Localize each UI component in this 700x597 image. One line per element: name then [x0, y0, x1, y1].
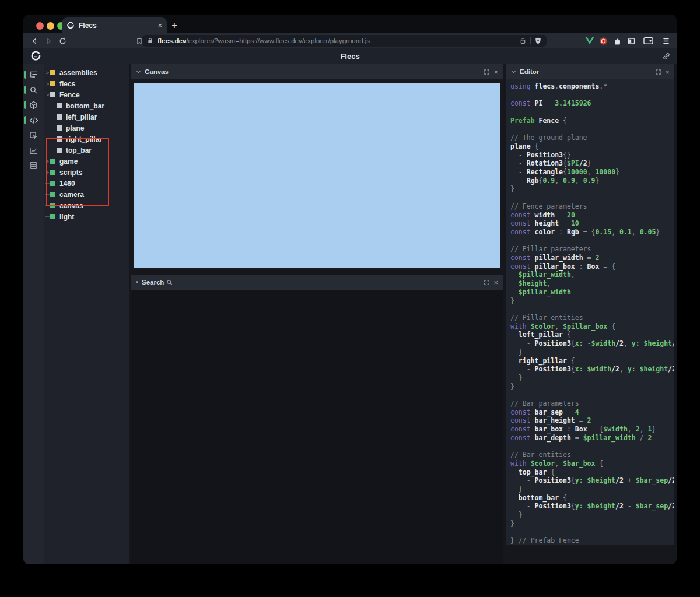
tree-item-plane[interactable]: plane: [44, 122, 130, 134]
code-line: [510, 194, 674, 202]
tree-item-canvas[interactable]: canvas: [44, 200, 130, 211]
reload-button[interactable]: [58, 37, 67, 45]
browser-toolbar: flecs.dev/explorer/?wasm=https://www.fle…: [23, 33, 677, 48]
tree-item-scripts[interactable]: >scripts: [44, 167, 130, 178]
wallet-card-icon[interactable]: [643, 33, 653, 48]
chevron-down-icon[interactable]: [136, 69, 141, 75]
code-line: $pillar_width,: [510, 271, 674, 279]
chevron-collapsed-icon[interactable]: >: [45, 70, 50, 76]
entity-square-icon: [57, 114, 62, 120]
inspector-icon[interactable]: [23, 128, 44, 143]
canvas-panel-header[interactable]: Canvas ×: [131, 64, 503, 79]
close-icon[interactable]: ×: [494, 278, 498, 287]
fullscreen-icon[interactable]: [484, 279, 490, 286]
code-line: [510, 91, 674, 100]
entity-square-icon: [57, 103, 62, 108]
chevron-collapsed-icon[interactable]: >: [45, 159, 50, 164]
brave-shield-icon[interactable]: [534, 37, 542, 45]
code-line: const PI = 3.1415926: [510, 99, 674, 108]
3d-viewport[interactable]: [134, 83, 500, 268]
menu-icon[interactable]: [662, 33, 670, 48]
code-line: }: [510, 485, 674, 494]
code-line: - Position3{}: [510, 151, 674, 160]
code-line: }: [510, 374, 674, 382]
tree-item-Fence[interactable]: >Fence: [44, 89, 130, 100]
browser-tab-bar: Flecs × +: [23, 15, 677, 33]
chevron-expanded-icon[interactable]: >: [45, 92, 51, 97]
code-line: } // Prefab Fence: [510, 536, 674, 545]
code-line: const pillar_width = 2: [510, 254, 674, 262]
stats-icon[interactable]: [23, 158, 44, 173]
entity-square-icon: [50, 81, 55, 86]
entity-square-icon: [50, 170, 55, 175]
code-line: }: [510, 297, 674, 305]
tree-item-flecs[interactable]: >flecs: [44, 78, 130, 89]
editor-panel-header[interactable]: Editor ×: [506, 64, 674, 79]
code-line: [510, 237, 674, 245]
url-bar[interactable]: flecs.dev/explorer/?wasm=https://www.fle…: [142, 35, 547, 47]
extensions-puzzle-icon[interactable]: [613, 33, 622, 48]
tree-item-top_bar[interactable]: top_bar: [44, 145, 130, 156]
sidebar-toggle-icon[interactable]: [627, 33, 636, 48]
search-panel-body[interactable]: [131, 290, 503, 564]
code-line: const bar_depth = $pillar_width / 2: [510, 434, 674, 443]
magnifier-icon: [166, 279, 173, 286]
forward-button[interactable]: [44, 37, 53, 45]
canvas-panel-body: [131, 79, 503, 270]
search-panel-header[interactable]: Search ×: [131, 275, 503, 290]
divider: [530, 37, 531, 44]
close-window-button[interactable]: [36, 22, 44, 30]
tree-connector: [45, 134, 57, 145]
vue-devtools-extension-icon[interactable]: [585, 33, 594, 48]
tree-item-right_pillar[interactable]: right_pillar: [44, 134, 130, 145]
tree-item-1460[interactable]: 1460: [44, 178, 130, 189]
cube-icon[interactable]: [23, 97, 44, 113]
chevron-down-icon[interactable]: [511, 69, 516, 75]
tree-item-bottom_bar[interactable]: bottom_bar: [44, 100, 130, 111]
tree-item-label: flecs: [60, 80, 75, 88]
tree-item-label: camera: [60, 191, 84, 199]
code-line: }: [510, 382, 674, 391]
chevron-collapsed-icon[interactable]: >: [45, 170, 50, 175]
minimize-window-button[interactable]: [47, 22, 54, 30]
tree-item-label: assemblies: [60, 69, 97, 77]
tree-item-label: scripts: [60, 168, 82, 177]
leaf-dash-icon: [45, 178, 50, 189]
tree-item-left_pillar[interactable]: left_pillar: [44, 111, 130, 122]
code-icon[interactable]: [23, 113, 44, 128]
chart-icon[interactable]: [23, 143, 44, 158]
fullscreen-icon[interactable]: [484, 69, 490, 75]
chevron-collapsed-icon[interactable]: >: [45, 81, 50, 87]
tree-item-assemblies[interactable]: >assemblies: [44, 67, 130, 78]
code-line: // Pillar entities: [510, 314, 674, 322]
code-line: const bar_height = 2: [510, 416, 674, 425]
share-icon[interactable]: [519, 37, 527, 45]
tab-title: Flecs: [79, 22, 153, 30]
close-icon[interactable]: ×: [494, 68, 498, 76]
close-icon[interactable]: ×: [665, 68, 670, 76]
code-line: const color : Rgb = {0.15, 0.1, 0.05}: [510, 228, 674, 237]
code-line: left_pillar {: [510, 331, 674, 339]
link-icon[interactable]: [662, 52, 671, 61]
tab-close-icon[interactable]: ×: [158, 21, 162, 30]
tree-item-camera[interactable]: camera: [44, 189, 130, 200]
tree-outline-icon[interactable]: [23, 67, 44, 82]
red-extension-icon[interactable]: [599, 33, 608, 48]
back-button[interactable]: [30, 37, 39, 45]
code-line: right_pillar {: [510, 357, 674, 366]
fullscreen-icon[interactable]: [655, 69, 662, 75]
browser-tab[interactable]: Flecs ×: [62, 17, 167, 33]
code-line: }: [510, 511, 674, 519]
tree-item-light[interactable]: light: [44, 211, 130, 222]
entity-square-icon: [50, 92, 55, 97]
code-line: // Bar parameters: [510, 399, 674, 408]
tree-item-label: canvas: [60, 202, 83, 210]
code-editor[interactable]: using flecs.components.* const PI = 3.14…: [506, 79, 674, 545]
code-line: - Position3{x: -$width/2, y: $height/2}: [510, 339, 674, 348]
new-tab-button[interactable]: +: [172, 17, 177, 33]
search-icon[interactable]: [23, 82, 44, 97]
tree-item-game[interactable]: >game: [44, 156, 130, 167]
tree-item-label: plane: [66, 124, 84, 132]
code-line: const bar_box : Box = {$width, 2, 1}: [510, 425, 674, 434]
entity-square-icon: [50, 203, 55, 208]
